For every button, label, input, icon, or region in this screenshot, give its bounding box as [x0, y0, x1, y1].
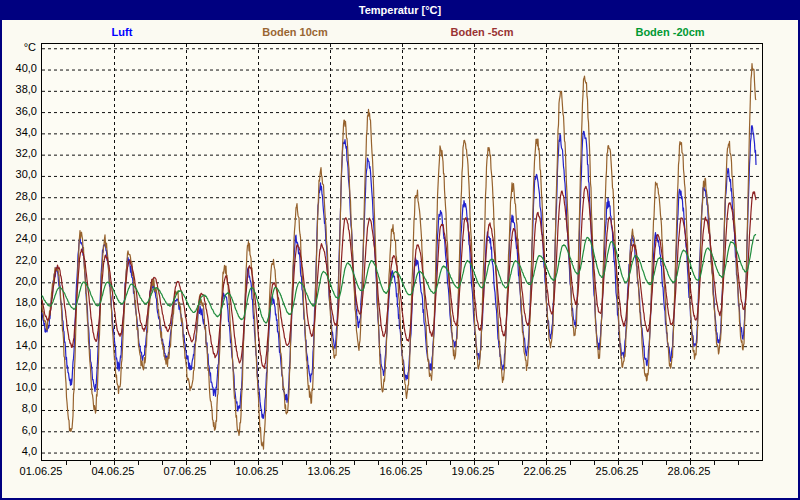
y-tick-label: 10,0: [2, 381, 37, 393]
chart-window: Temperatur [°C] Luft Boden 10cm Boden -5…: [0, 0, 800, 500]
legend-item-boden-minus20cm: Boden -20cm: [635, 26, 704, 40]
y-tick-label: 32,0: [2, 147, 37, 159]
x-tick-label: 16.06.25: [366, 465, 436, 477]
x-tick-label: 19.06.25: [438, 465, 508, 477]
y-tick-label: 34,0: [2, 126, 37, 138]
window-title: Temperatur [°C]: [359, 4, 441, 16]
series-line-luft: [42, 126, 756, 419]
plot-area: [41, 43, 763, 461]
window-title-bar: Temperatur [°C]: [0, 0, 800, 20]
x-tick-label: 04.06.25: [78, 465, 148, 477]
legend-item-boden-minus5cm: Boden -5cm: [451, 26, 514, 40]
x-tick-label: 01.06.25: [6, 465, 76, 477]
y-tick-label: 20,0: [2, 275, 37, 287]
legend-item-luft: Luft: [112, 26, 133, 40]
y-tick-label: 40,0: [2, 62, 37, 74]
x-tick-label: 25.06.25: [582, 465, 652, 477]
y-tick-label: 22,0: [2, 254, 37, 266]
y-tick-label: 28,0: [2, 190, 37, 202]
y-tick-label: 6,0: [2, 424, 37, 436]
y-tick-label: 8,0: [2, 402, 37, 414]
x-tick-label: 13.06.25: [294, 465, 364, 477]
y-tick-label: 4,0: [2, 445, 37, 457]
y-tick-label: 12,0: [2, 360, 37, 372]
y-tick-label: 26,0: [2, 211, 37, 223]
y-axis-unit-label: °C: [2, 41, 36, 53]
series-line-boden-10cm: [42, 64, 756, 450]
x-tick-label: 07.06.25: [150, 465, 220, 477]
y-tick-label: 38,0: [2, 83, 37, 95]
y-tick-label: 36,0: [2, 105, 37, 117]
x-tick-label: 28.06.25: [654, 465, 724, 477]
x-tick-label: 10.06.25: [222, 465, 292, 477]
temperature-chart: [42, 44, 762, 460]
y-tick-label: 16,0: [2, 317, 37, 329]
x-tick-label: 22.06.25: [510, 465, 580, 477]
y-tick-label: 18,0: [2, 296, 37, 308]
legend-item-boden-10cm: Boden 10cm: [262, 26, 327, 40]
y-tick-label: 30,0: [2, 168, 37, 180]
y-tick-label: 14,0: [2, 339, 37, 351]
y-tick-label: 24,0: [2, 232, 37, 244]
